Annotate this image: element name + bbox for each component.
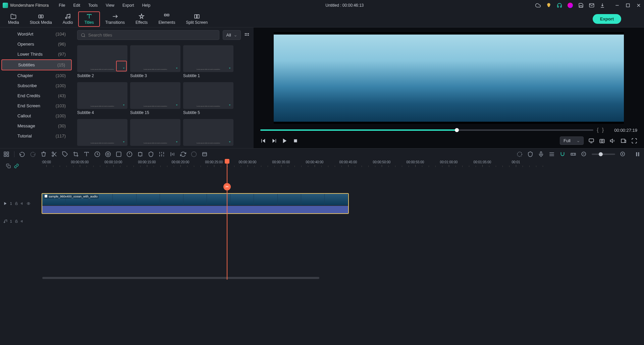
speed-icon[interactable] xyxy=(94,151,100,157)
crop-icon[interactable] xyxy=(73,151,79,157)
adjust-icon[interactable] xyxy=(159,151,165,157)
lock-icon[interactable] xyxy=(15,220,18,223)
tab-effects[interactable]: Effects xyxy=(130,11,153,27)
mask-icon[interactable] xyxy=(148,151,154,157)
playhead-handle[interactable] xyxy=(225,159,229,164)
resolution-dropdown[interactable]: Full xyxy=(560,136,584,145)
zoom-out-icon[interactable] xyxy=(581,151,587,157)
tab-audio[interactable]: Audio xyxy=(57,11,78,27)
thumbnail-item[interactable]: Lorem ipsum dolor sit amet consecteturSu… xyxy=(130,82,180,115)
sidebar-item-end-screen[interactable]: End Screen(103) xyxy=(1,101,72,111)
mute-icon[interactable] xyxy=(21,220,24,223)
motion-icon[interactable] xyxy=(137,151,143,157)
headphones-icon[interactable] xyxy=(557,3,562,8)
lock-icon[interactable] xyxy=(15,202,18,205)
menu-tools[interactable]: Tools xyxy=(85,2,101,9)
play-pause-icon[interactable] xyxy=(271,138,277,144)
rotate-icon[interactable] xyxy=(180,151,186,157)
sidebar-item-chapter[interactable]: Chapter(100) xyxy=(1,71,72,80)
download-icon[interactable] xyxy=(227,140,232,145)
thumbnail-item[interactable]: Lorem ipsum dolor sit amet consecteturSu… xyxy=(183,82,233,115)
download-icon[interactable] xyxy=(227,103,232,108)
snap-icon[interactable] xyxy=(559,151,566,157)
menu-edit[interactable]: Edit xyxy=(70,2,84,9)
download-icon[interactable] xyxy=(174,140,179,145)
playhead-split-icon[interactable]: ✂ xyxy=(223,183,231,190)
undo-icon[interactable] xyxy=(19,151,25,157)
thumbnail-item[interactable]: Lorem ipsum dolor sit amet consecteturSu… xyxy=(130,45,180,78)
marker-icon[interactable] xyxy=(517,151,523,157)
zoom-slider[interactable] xyxy=(592,154,615,155)
thumbnail-item[interactable]: Lorem ipsum dolor sit amet consecteturSu… xyxy=(77,45,127,78)
keyframe-icon[interactable] xyxy=(126,151,132,157)
preview-video[interactable] xyxy=(274,32,624,124)
greenscreen-icon[interactable] xyxy=(116,151,122,157)
playhead[interactable]: ✂ xyxy=(227,160,227,280)
download-icon[interactable] xyxy=(227,66,232,71)
download-icon[interactable] xyxy=(121,140,126,145)
manage-tracks-icon[interactable] xyxy=(3,151,9,157)
color-icon[interactable] xyxy=(105,151,111,157)
tab-split-screen[interactable]: Split Screen xyxy=(180,11,213,27)
export-frame-icon[interactable] xyxy=(621,138,627,144)
redo-icon[interactable] xyxy=(30,151,36,157)
mark-in-icon[interactable]: { xyxy=(597,127,598,133)
scrubber[interactable] xyxy=(260,129,593,131)
sidebar-item-callout[interactable]: Callout(100) xyxy=(1,111,72,121)
link-track-icon[interactable] xyxy=(14,164,19,168)
sidebar-item-tutorial[interactable]: Tutorial(117) xyxy=(1,131,72,141)
volume-icon[interactable] xyxy=(610,138,616,144)
sidebar-item-message[interactable]: Message(30) xyxy=(1,121,72,131)
menu-file[interactable]: File xyxy=(55,2,68,9)
download-icon[interactable] xyxy=(121,66,126,71)
mic-icon[interactable] xyxy=(538,151,544,157)
play-icon[interactable] xyxy=(282,138,288,144)
audio-edit-icon[interactable] xyxy=(169,151,175,157)
search-box[interactable] xyxy=(77,30,219,40)
audio-track-area[interactable] xyxy=(42,215,644,228)
filter-dropdown[interactable]: All xyxy=(223,30,241,40)
sidebar-item-lower-thirds[interactable]: Lower Thirds(97) xyxy=(1,49,72,59)
avatar-icon[interactable] xyxy=(568,3,573,8)
export-button[interactable]: Export xyxy=(593,14,621,24)
render-icon[interactable] xyxy=(191,151,197,157)
snapshot-icon[interactable] xyxy=(599,138,605,144)
record-icon[interactable] xyxy=(202,151,208,157)
sidebar-item-subscribe[interactable]: Subscribe(100) xyxy=(1,81,72,91)
display-icon[interactable] xyxy=(588,138,594,144)
minimize-icon[interactable] xyxy=(614,3,620,8)
search-input[interactable] xyxy=(88,33,216,38)
maximize-icon[interactable] xyxy=(625,3,631,8)
timeline-ruler[interactable]: :00:0000:00:05:0000:00:10:0000:00:15:000… xyxy=(42,160,644,172)
marker2-icon[interactable] xyxy=(527,151,533,157)
ripple-icon[interactable] xyxy=(570,151,576,157)
tab-elements[interactable]: Elements xyxy=(153,11,180,27)
sidebar-item-subtitles[interactable]: Subtitles(15) xyxy=(1,59,72,70)
grid-view-icon[interactable] xyxy=(244,33,250,38)
tab-transitions[interactable]: Transitions xyxy=(100,11,130,27)
lightbulb-icon[interactable] xyxy=(546,3,551,8)
thumbnail-item[interactable]: Lorem ipsum dolor sit amet consectetur xyxy=(77,119,127,147)
thumbnail-item[interactable]: Lorem ipsum dolor sit amet consectetur xyxy=(183,119,233,147)
mail-icon[interactable] xyxy=(589,3,594,8)
mark-out-icon[interactable]: } xyxy=(602,127,604,133)
sidebar-item-openers[interactable]: Openers(96) xyxy=(1,39,72,49)
prev-frame-icon[interactable] xyxy=(260,138,266,144)
timeline-scrollbar-thumb[interactable] xyxy=(42,277,319,279)
timeline-scrollbar[interactable] xyxy=(42,276,644,280)
tab-stock-media[interactable]: Stock Media xyxy=(24,11,57,27)
tab-titles[interactable]: Titles xyxy=(78,11,100,27)
thumbnail-item[interactable]: Lorem ipsum dolor sit amet consecteturSu… xyxy=(183,45,233,78)
cloud-icon[interactable] xyxy=(535,3,541,8)
mute-icon[interactable] xyxy=(21,202,24,205)
tag-icon[interactable] xyxy=(62,151,68,157)
video-clip[interactable]: sample_960x400_ocean_with_audio xyxy=(42,193,349,214)
zoom-fit-icon[interactable] xyxy=(635,151,641,157)
menu-help[interactable]: Help xyxy=(139,2,154,9)
thumbnail-item[interactable]: Lorem ipsum dolor sit amet consectetur xyxy=(130,119,180,147)
delete-icon[interactable] xyxy=(41,151,47,157)
sidebar-item-wordart[interactable]: WordArt(104) xyxy=(1,29,72,39)
video-track-area[interactable]: sample_960x400_ocean_with_audio xyxy=(42,192,644,215)
close-icon[interactable] xyxy=(636,3,641,8)
fullscreen-icon[interactable] xyxy=(631,138,637,144)
